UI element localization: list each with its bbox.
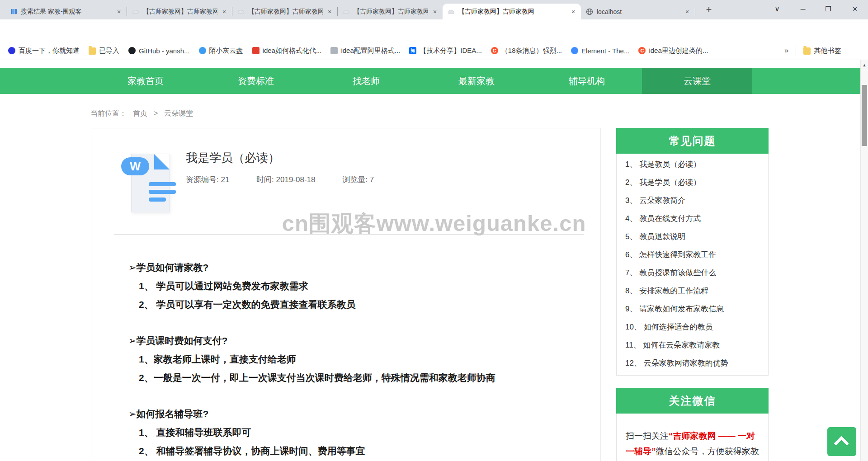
tab-jishi-active[interactable]: 【吉师家教网】吉师家教网 × — [443, 4, 581, 19]
faq-item[interactable]: 5、 教员退款说明 — [617, 228, 768, 246]
faq-item[interactable]: 10、 如何选择适合的教员 — [617, 318, 768, 336]
bookmark-baidu[interactable]: 百度一下，你就知道 — [8, 47, 80, 55]
faq-item[interactable]: 8、 安排家教的工作流程 — [617, 282, 768, 300]
bookmark-idea-format[interactable]: idea如何格式化代... — [252, 47, 322, 55]
faq-item[interactable]: 1、 我是教员（必读） — [617, 155, 768, 174]
other-bookmarks[interactable]: 其他书签 — [803, 47, 841, 55]
faq-item[interactable]: 9、 请家教如何发布家教信息 — [617, 300, 768, 318]
red-site-icon — [252, 47, 259, 54]
faq-item[interactable]: 12、 云朵家教网请家教的优势 — [617, 354, 768, 372]
maximize-button[interactable]: ❐ — [818, 0, 839, 18]
breadcrumb-current: 云朵课堂 — [164, 109, 193, 118]
wechat-header: 关注微信 — [616, 388, 769, 414]
scrollbar-up-icon[interactable]: ▲ — [861, 63, 868, 67]
tab-jishi-3[interactable]: 【吉师家教网】吉师家教网 × — [338, 4, 443, 19]
globe-favicon — [586, 8, 593, 15]
nav-item-cloud-class[interactable]: 云课堂 — [642, 68, 752, 94]
nav-item-agencies[interactable]: 辅导机构 — [532, 68, 642, 94]
article-title: 我是学员（必读） — [186, 150, 280, 166]
browser-toolbar: ← → ↻ ⌂ ⓘ localhost:8080/jiajiao/notice/… — [0, 19, 868, 42]
tab-close-icon[interactable]: × — [220, 8, 228, 16]
tab-close-icon[interactable]: × — [326, 8, 334, 16]
section-heading: ➢如何报名辅导班? — [128, 405, 580, 423]
tab-localhost[interactable]: localhost × — [581, 4, 695, 19]
bookmark-zhihu[interactable]: 知【技术分享】IDEA... — [409, 47, 482, 55]
browser-titlebar: 搜索结果 家教-围观客 × 【吉师家教网】吉师家教网 × 【吉师家教网】吉师家教… — [0, 0, 868, 19]
meta-views: 浏览量: 7 — [342, 175, 374, 184]
tab-search-results[interactable]: 搜索结果 家教-围观客 × — [5, 4, 127, 19]
document-icon: W — [121, 153, 172, 213]
tab-close-icon[interactable]: × — [683, 8, 691, 16]
cloud-favicon — [132, 8, 139, 15]
bookmark-csdn-1[interactable]: C（18条消息）强烈... — [491, 47, 562, 55]
article-body: ➢学员如何请家教? 1、 学员可以通过网站免费发布家教需求 2、 学员可以享有一… — [128, 258, 580, 461]
faq-box: 常见问题 1、 我是教员（必读） 2、 我是学员（必读） 3、 云朵家教简介 4… — [616, 128, 769, 376]
section-item: 1、家教老师上课时，直接支付给老师 — [128, 350, 580, 368]
breadcrumb-prefix: 当前位置： — [90, 109, 127, 118]
faq-item[interactable]: 7、 教员授课前该做些什么 — [617, 264, 768, 282]
bookmark-idea-ali[interactable]: idea配置阿里格式... — [330, 47, 400, 55]
faq-item[interactable]: 11、 如何在云朵家教请家教 — [617, 336, 768, 354]
window-close-button[interactable]: × — [844, 0, 865, 18]
bookmarks-overflow-icon[interactable]: » — [784, 46, 788, 55]
faq-item[interactable]: 2、 我是学员（必读） — [617, 174, 768, 192]
section-heading: ➢学员如何请家教? — [128, 258, 580, 277]
nav-item-latest[interactable]: 最新家教 — [421, 68, 532, 94]
cloud-favicon — [343, 8, 350, 15]
breadcrumb-home-link[interactable]: 首页 — [133, 109, 147, 118]
section-item: 1、 直接和辅导班联系即可 — [128, 423, 580, 442]
github-icon — [128, 47, 136, 54]
gray-site-icon — [330, 47, 338, 54]
wechat-text: 扫一扫关注“吉师家教网 —— 一对一辅导”微信公众号，方便获得家教信息、考试试题… — [616, 414, 769, 461]
tab-close-icon[interactable]: × — [569, 8, 577, 16]
meta-resource-id: 资源编号: 21 — [186, 175, 229, 184]
new-tab-button[interactable]: + — [702, 3, 716, 17]
article-section: ➢如何报名辅导班? 1、 直接和辅导班联系即可 2、 和辅导签署辅导协议，协商上… — [128, 405, 580, 460]
article-card: W 我是学员（必读） 资源编号: 21 时间: 2019-08-18 浏览量: … — [91, 128, 601, 461]
nav-item-find-teacher[interactable]: 找老师 — [311, 68, 421, 94]
tab-search-icon[interactable]: ∨ — [767, 0, 788, 18]
faq-item[interactable]: 4、 教员在线支付方式 — [617, 210, 768, 228]
tab-title: localhost — [597, 8, 680, 15]
zhihu-icon: 知 — [409, 47, 416, 54]
weiguanke-favicon — [10, 8, 17, 15]
baidu-icon — [8, 47, 15, 54]
section-item: 2、 学员可以享有一定次数的免费直接查看联系教员 — [128, 295, 580, 314]
wechat-box: 关注微信 扫一扫关注“吉师家教网 —— 一对一辅导”微信公众号，方便获得家教信息… — [616, 388, 769, 461]
article-meta: 资源编号: 21 时间: 2019-08-18 浏览量: 7 — [186, 174, 399, 185]
bookmark-csdn-2[interactable]: Cidea里边创建类的... — [638, 47, 708, 55]
bookmarks-divider — [796, 46, 796, 56]
tab-title: 【吉师家教网】吉师家教网 — [458, 8, 566, 16]
breadcrumb-separator: > — [154, 109, 158, 118]
tab-divider — [695, 7, 695, 16]
section-item: 2、一般是一次一付，即上一次课支付当次课时费给老师，特殊情况需和家教老师协商 — [128, 368, 580, 387]
meta-date: 时间: 2019-08-18 — [256, 175, 315, 184]
bookmark-element[interactable]: Element - The... — [571, 47, 629, 55]
section-item: 2、 和辅导签署辅导协议，协商上课时间、费用等事宜 — [128, 442, 580, 460]
breadcrumb: 当前位置： 首页 > 云朵课堂 — [90, 108, 199, 118]
faq-item[interactable]: 3、 云朵家教简介 — [617, 192, 768, 210]
csdn-icon: C — [491, 47, 498, 54]
bookmark-cloud-drive[interactable]: 陌小灰云盘 — [199, 47, 243, 55]
tab-title: 【吉师家教网】吉师家教网 — [143, 8, 217, 16]
site-watermark: cn围观客www.weiguanke.cn — [282, 209, 586, 239]
bookmark-imported[interactable]: 已导入 — [89, 47, 119, 55]
tab-strip: 搜索结果 家教-围观客 × 【吉师家教网】吉师家教网 × 【吉师家教网】吉师家教… — [5, 4, 695, 19]
article-section: ➢学员如何请家教? 1、 学员可以通过网站免费发布家教需求 2、 学员可以享有一… — [128, 258, 580, 314]
faq-item[interactable]: 6、 怎样快速得到家教工作 — [617, 246, 768, 264]
tab-close-icon[interactable]: × — [115, 8, 123, 16]
tab-title: 搜索结果 家教-围观客 — [21, 8, 112, 16]
page-scrollbar[interactable]: ▲ — [860, 60, 868, 461]
tab-jishi-1[interactable]: 【吉师家教网】吉师家教网 × — [127, 4, 232, 19]
back-to-top-button[interactable] — [827, 427, 856, 456]
csdn-icon: C — [638, 47, 646, 54]
bookmark-github[interactable]: GitHub - yansh... — [128, 47, 190, 55]
nav-item-pricing[interactable]: 资费标准 — [201, 68, 311, 94]
scrollbar-thumb[interactable] — [862, 85, 867, 146]
tab-close-icon[interactable]: × — [431, 8, 439, 16]
nav-item-home[interactable]: 家教首页 — [90, 68, 201, 94]
article-section: ➢学员课时费如何支付? 1、家教老师上课时，直接支付给老师 2、一般是一次一付，… — [128, 331, 580, 387]
minimize-button[interactable]: ─ — [793, 0, 813, 18]
site-navbar: 家教首页 资费标准 找老师 最新家教 辅导机构 云课堂 — [0, 68, 860, 94]
tab-jishi-2[interactable]: 【吉师家教网】吉师家教网 × — [232, 4, 337, 19]
